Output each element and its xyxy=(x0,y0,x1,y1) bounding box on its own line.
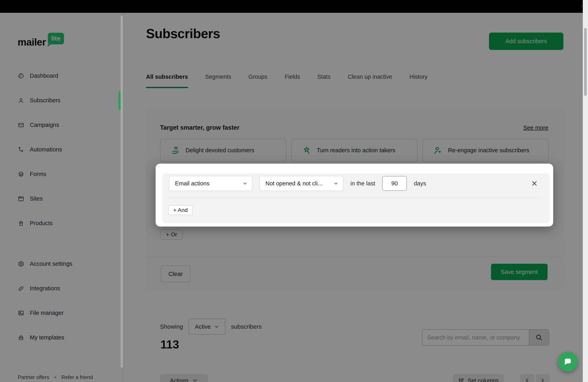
close-icon xyxy=(531,180,538,187)
filter-field-dropdown[interactable]: Email actions xyxy=(169,176,252,191)
filter-row: Email actions Not opened & not cli... in… xyxy=(162,173,550,191)
chevron-down-icon xyxy=(242,181,248,186)
days-value-input[interactable] xyxy=(382,176,407,191)
chevron-down-icon xyxy=(333,181,339,186)
add-and-condition-button[interactable]: + And xyxy=(168,205,192,215)
filter-condition-dropdown[interactable]: Not opened & not cli... xyxy=(259,176,343,191)
sidebar-scrollbar[interactable] xyxy=(121,16,123,368)
remove-condition-button[interactable] xyxy=(530,179,539,188)
panel-divider xyxy=(168,198,540,198)
chat-bubble-icon xyxy=(563,357,573,367)
filter-condition-card: Email actions Not opened & not cli... in… xyxy=(156,164,553,227)
filter-and-group-panel: Email actions Not opened & not cli... in… xyxy=(162,173,550,223)
in-the-last-label: in the last xyxy=(350,180,375,187)
filter-condition-value: Not opened & not cli... xyxy=(265,180,322,187)
window-scrollbar-thumb[interactable] xyxy=(584,28,587,96)
filter-field-value: Email actions xyxy=(175,180,210,187)
window-scrollbar[interactable] xyxy=(583,0,588,382)
chat-widget-button[interactable] xyxy=(558,352,578,372)
days-label: days xyxy=(414,180,426,187)
